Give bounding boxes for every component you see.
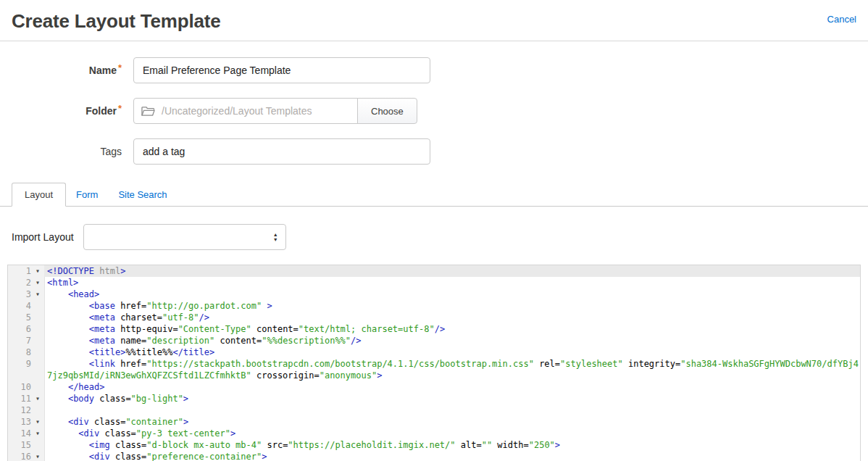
line-number-cell: 5 <box>8 312 44 323</box>
line-number: 11 <box>9 393 31 404</box>
line-number: 7 <box>9 335 31 346</box>
line-number-cell: 12 <box>8 404 44 416</box>
name-label: Name <box>0 65 133 76</box>
line-number: 9 <box>9 358 31 370</box>
choose-folder-button[interactable]: Choose <box>357 98 417 124</box>
line-number: 6 <box>9 323 31 335</box>
code-line[interactable]: <html> <box>44 277 860 288</box>
line-number: 8 <box>9 346 31 358</box>
line-number-cell: 1▾ <box>8 265 44 277</box>
editor-row: 6 <meta http-equiv="Content-Type" conten… <box>8 323 860 335</box>
form-section: Name Folder /Uncategorized/Layout Templa… <box>0 41 868 165</box>
code-line[interactable]: <meta charset="utf-8"/> <box>44 312 860 323</box>
editor-lines: 1▾<!DOCTYPE html>2▾<html>3▾ <head>4 <bas… <box>8 265 860 461</box>
name-input[interactable] <box>133 57 430 83</box>
line-number: 4 <box>9 300 31 312</box>
code-line[interactable]: <title>%%title%%</title> <box>44 346 860 358</box>
line-number: 5 <box>9 312 31 323</box>
line-number: 16 <box>9 451 31 461</box>
line-number-cell: 11▾ <box>8 393 44 404</box>
line-number: 3 <box>9 288 31 300</box>
page-header: Create Layout Template Cancel <box>0 0 868 41</box>
fold-arrow-icon[interactable]: ▾ <box>31 288 44 300</box>
editor-row: 16▾ <div class="preference-container"> <box>8 451 860 461</box>
line-number-cell: 14▾ <box>8 428 44 439</box>
tags-label: Tags <box>0 146 133 157</box>
editor-row: 15 <img class="d-block mx-auto mb-4" src… <box>8 439 860 451</box>
code-line[interactable]: <div class="container"> <box>44 416 860 428</box>
folder-field-row: Folder /Uncategorized/Layout Templates C… <box>0 98 868 124</box>
import-layout-select[interactable]: ▲▼ <box>83 224 286 250</box>
fold-arrow-icon[interactable]: ▾ <box>31 451 44 461</box>
code-line[interactable] <box>44 404 860 416</box>
editor-row: 1▾<!DOCTYPE html> <box>8 265 860 277</box>
import-layout-row: Import Layout ▲▼ <box>12 224 856 250</box>
line-number-cell: 15 <box>8 439 44 451</box>
editor-row: 11▾ <body class="bg-light"> <box>8 393 860 404</box>
folder-field[interactable]: /Uncategorized/Layout Templates <box>133 98 358 124</box>
editor-row: 8 <title>%%title%%</title> <box>8 346 860 358</box>
line-number-cell: 8 <box>8 346 44 358</box>
line-number: 12 <box>9 404 31 416</box>
editor-row: 4 <base href="http://go.pardot.com" > <box>8 300 860 312</box>
editor-row: 3▾ <head> <box>8 288 860 300</box>
fold-arrow-icon[interactable]: ▾ <box>31 277 44 288</box>
fold-arrow-icon[interactable]: ▾ <box>31 265 44 277</box>
line-number-cell: 3▾ <box>8 288 44 300</box>
code-line[interactable]: <div class="preference-container"> <box>44 451 860 461</box>
tab-site-search[interactable]: Site Search <box>108 183 177 206</box>
code-line[interactable]: <div class="py-3 text-center"> <box>44 428 860 439</box>
editor-row: 13▾ <div class="container"> <box>8 416 860 428</box>
code-line[interactable]: <meta name="description" content="%%desc… <box>44 335 860 346</box>
folder-icon <box>141 106 155 117</box>
line-number: 13 <box>9 416 31 428</box>
code-line[interactable]: <!DOCTYPE html> <box>44 265 860 277</box>
code-line[interactable]: <body class="bg-light"> <box>44 393 860 404</box>
page-title: Create Layout Template <box>12 10 220 33</box>
cancel-link[interactable]: Cancel <box>827 14 856 25</box>
code-line[interactable]: <img class="d-block mx-auto mb-4" src="h… <box>44 439 860 451</box>
select-updown-arrows-icon: ▲▼ <box>273 233 278 242</box>
line-number: 14 <box>9 428 31 439</box>
editor-row: 14▾ <div class="py-3 text-center"> <box>8 428 860 439</box>
folder-path-text: /Uncategorized/Layout Templates <box>162 105 312 117</box>
folder-input-group: /Uncategorized/Layout Templates Choose <box>133 98 417 124</box>
tags-field-row: Tags <box>0 138 868 165</box>
required-asterisk <box>117 65 122 76</box>
layout-code-editor[interactable]: 1▾<!DOCTYPE html>2▾<html>3▾ <head>4 <bas… <box>7 265 861 461</box>
editor-row: 7 <meta name="description" content="%%de… <box>8 335 860 346</box>
line-number-cell: 10 <box>8 381 44 393</box>
import-layout-label: Import Layout <box>12 231 74 243</box>
line-number-cell: 6 <box>8 323 44 335</box>
editor-row: 9 <link href="https://stackpath.bootstra… <box>8 358 860 381</box>
code-line[interactable]: <link href="https://stackpath.bootstrapc… <box>44 358 860 381</box>
fold-arrow-icon[interactable]: ▾ <box>31 428 44 439</box>
line-number: 1 <box>9 265 31 277</box>
tags-input[interactable] <box>133 138 430 165</box>
editor-row: 10 </head> <box>8 381 860 393</box>
tab-layout[interactable]: Layout <box>12 183 66 207</box>
name-field-row: Name <box>0 57 868 83</box>
line-number-cell: 9 <box>8 358 44 381</box>
line-number-cell: 16▾ <box>8 451 44 461</box>
fold-arrow-icon[interactable]: ▾ <box>31 416 44 428</box>
editor-row: 12 <box>8 404 860 416</box>
fold-arrow-icon[interactable]: ▾ <box>31 393 44 404</box>
tab-bar: LayoutFormSite Search <box>0 183 868 207</box>
required-asterisk <box>117 105 122 117</box>
line-number-cell: 4 <box>8 300 44 312</box>
create-layout-template-page: Create Layout Template Cancel Name Folde… <box>0 0 868 461</box>
editor-row: 5 <meta charset="utf-8"/> <box>8 312 860 323</box>
code-line[interactable]: </head> <box>44 381 860 393</box>
tab-form[interactable]: Form <box>66 183 108 206</box>
editor-row: 2▾<html> <box>8 277 860 288</box>
line-number-cell: 7 <box>8 335 44 346</box>
code-line[interactable]: <base href="http://go.pardot.com" > <box>44 300 860 312</box>
line-number: 2 <box>9 277 31 288</box>
line-number: 10 <box>9 381 31 393</box>
line-number-cell: 2▾ <box>8 277 44 288</box>
folder-label: Folder <box>0 105 133 117</box>
line-number-cell: 13▾ <box>8 416 44 428</box>
code-line[interactable]: <meta http-equiv="Content-Type" content=… <box>44 323 860 335</box>
code-line[interactable]: <head> <box>44 288 860 300</box>
